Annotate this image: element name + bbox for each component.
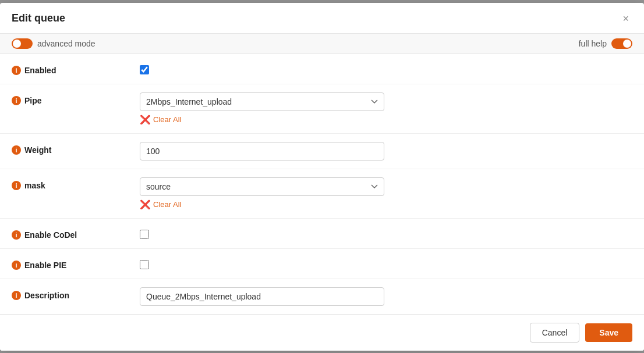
pipe-info-icon: i bbox=[12, 96, 21, 105]
pipe-select[interactable]: 2Mbps_Internet_upload bbox=[140, 92, 384, 111]
save-button[interactable]: Save bbox=[585, 323, 632, 342]
full-help-toggle[interactable] bbox=[611, 38, 632, 49]
form-row-enable-codel: i Enable CoDel bbox=[0, 219, 644, 249]
close-icon: × bbox=[622, 13, 629, 24]
enable-pie-info-icon: i bbox=[12, 261, 21, 270]
mask-label: mask bbox=[24, 181, 45, 190]
advanced-mode-toggle-wrap[interactable]: advanced mode bbox=[12, 38, 95, 49]
description-input[interactable] bbox=[140, 287, 384, 306]
enable-codel-info-icon: i bbox=[12, 230, 21, 240]
pipe-label: Pipe bbox=[24, 96, 42, 105]
enable-pie-control-col bbox=[140, 257, 632, 269]
enable-codel-control-col bbox=[140, 227, 632, 239]
mask-clear-all-link[interactable]: Clear All bbox=[153, 200, 181, 209]
form-row-weight: i Weight bbox=[0, 134, 644, 169]
modal-overlay: Edit queue × advanced mode full help i E bbox=[0, 0, 644, 353]
pipe-label-col: i Pipe bbox=[12, 92, 140, 105]
enabled-control-col bbox=[140, 62, 632, 74]
pipe-clear-all-link[interactable]: Clear All bbox=[153, 115, 181, 124]
pipe-control-col: 2Mbps_Internet_upload ❌ Clear All bbox=[140, 92, 632, 125]
enable-codel-checkbox[interactable] bbox=[140, 230, 149, 239]
weight-label: Weight bbox=[24, 145, 51, 155]
form-row-enable-pie: i Enable PIE bbox=[0, 249, 644, 279]
enable-codel-label: Enable CoDel bbox=[24, 230, 77, 240]
enabled-label: Enabled bbox=[24, 66, 56, 75]
modal-title: Edit queue bbox=[12, 12, 65, 24]
mask-clear-icon: ❌ bbox=[140, 199, 151, 210]
form-row-description: i Description bbox=[0, 279, 644, 314]
weight-input[interactable] bbox=[140, 142, 384, 161]
full-help-toggle-wrap[interactable]: full help bbox=[579, 38, 632, 49]
form-row-pipe: i Pipe 2Mbps_Internet_upload ❌ Clear All bbox=[0, 84, 644, 134]
edit-queue-modal: Edit queue × advanced mode full help i E bbox=[0, 3, 644, 351]
weight-control-col bbox=[140, 142, 632, 161]
description-label-col: i Description bbox=[12, 287, 140, 300]
form-body: i Enabled i Pipe 2Mbps_Internet_upload bbox=[0, 54, 644, 314]
advanced-mode-label: advanced mode bbox=[37, 39, 95, 48]
full-help-label: full help bbox=[579, 39, 607, 48]
cancel-button[interactable]: Cancel bbox=[530, 323, 580, 343]
mask-clear-all-wrap: ❌ Clear All bbox=[140, 199, 632, 210]
description-info-icon: i bbox=[12, 291, 21, 300]
advanced-mode-toggle[interactable] bbox=[12, 38, 33, 49]
mask-info-icon: i bbox=[12, 181, 21, 190]
modal-header: Edit queue × bbox=[0, 3, 644, 34]
description-label: Description bbox=[24, 291, 69, 300]
close-button[interactable]: × bbox=[619, 12, 632, 25]
modal-footer: Cancel Save bbox=[0, 314, 644, 351]
weight-info-icon: i bbox=[12, 145, 21, 155]
enable-pie-label-col: i Enable PIE bbox=[12, 257, 140, 270]
enabled-label-col: i Enabled bbox=[12, 62, 140, 75]
enable-pie-checkbox[interactable] bbox=[140, 260, 149, 269]
mask-label-col: i mask bbox=[12, 177, 140, 190]
enable-pie-label: Enable PIE bbox=[24, 261, 66, 270]
mask-control-col: source ❌ Clear All bbox=[140, 177, 632, 210]
form-row-enabled: i Enabled bbox=[0, 54, 644, 84]
mask-select[interactable]: source bbox=[140, 177, 384, 196]
enable-codel-label-col: i Enable CoDel bbox=[12, 227, 140, 240]
toolbar-bar: advanced mode full help bbox=[0, 34, 644, 54]
enabled-info-icon: i bbox=[12, 66, 21, 75]
pipe-clear-icon: ❌ bbox=[140, 115, 151, 125]
form-row-mask: i mask source ❌ Clear All bbox=[0, 169, 644, 219]
description-control-col bbox=[140, 287, 632, 306]
pipe-clear-all-wrap: ❌ Clear All bbox=[140, 115, 632, 125]
weight-label-col: i Weight bbox=[12, 142, 140, 155]
enabled-checkbox[interactable] bbox=[140, 65, 149, 74]
